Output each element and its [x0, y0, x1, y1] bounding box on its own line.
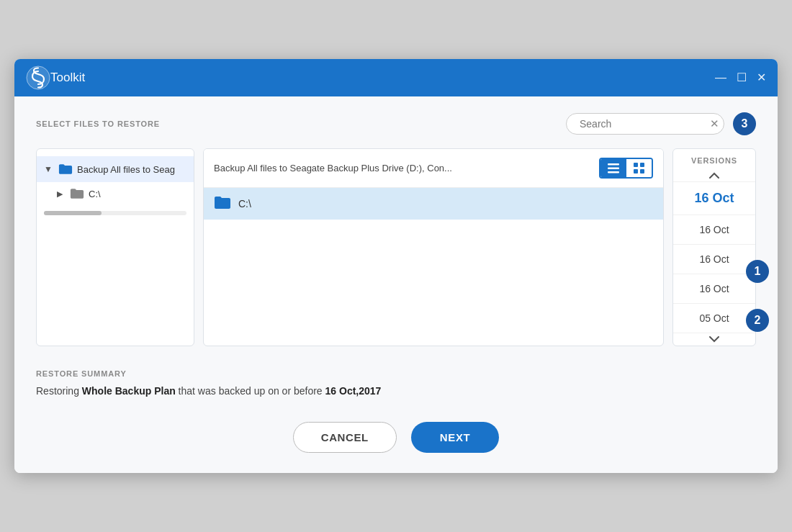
version-item-1[interactable]: 16 Oct	[673, 181, 755, 215]
grid-view-icon	[634, 163, 644, 173]
restore-text-prefix: Restoring	[36, 385, 82, 397]
restore-text-middle: that was backed up on or before	[176, 385, 325, 397]
list-view-button[interactable]	[600, 159, 626, 177]
versions-scroll-up[interactable]	[673, 169, 755, 181]
badge-2-container: 2	[746, 309, 769, 332]
version-date-4: 16 Oct	[699, 283, 729, 294]
seagate-logo-icon	[26, 66, 50, 90]
file-path: Backup All files to Seagate Backup Plus …	[214, 163, 452, 173]
version-item-2[interactable]: 16 Oct	[673, 215, 755, 244]
grid-view-button[interactable]	[626, 159, 652, 177]
versions-panel: VERSIONS 16 Oct 16 Oct 16 Oct 16 Oct	[672, 148, 756, 346]
svg-rect-7	[640, 163, 644, 167]
app-title: Toolkit	[50, 71, 715, 85]
window-controls: — ☐ ✕	[715, 72, 766, 84]
restore-date: 16 Oct,2017	[325, 385, 382, 397]
tree-scrollbar-thumb	[44, 211, 102, 215]
folder-icon	[58, 162, 73, 176]
tree-c-drive-label: C:\	[89, 189, 101, 199]
tree-panel: ▼ Backup All files to Seag ▶ C:\	[36, 148, 194, 346]
svg-rect-4	[608, 167, 619, 169]
search-box[interactable]: ✕	[566, 113, 724, 135]
version-date-2: 16 Oct	[699, 224, 729, 235]
cancel-button[interactable]: CANCEL	[293, 422, 397, 453]
version-item-4[interactable]: 16 Oct	[673, 274, 755, 303]
file-name: C:\	[238, 198, 251, 209]
svg-rect-9	[640, 169, 644, 173]
tree-sub-arrow[interactable]: ▶	[57, 189, 67, 199]
tree-item-label: Backup All files to Seag	[77, 164, 175, 175]
file-panel: Backup All files to Seagate Backup Plus …	[203, 148, 664, 346]
versions-header: VERSIONS	[673, 149, 755, 169]
section-label: SELECT FILES TO RESTORE	[36, 120, 160, 128]
tree-expand-arrow[interactable]: ▼	[44, 164, 55, 174]
minimize-button[interactable]: —	[715, 72, 726, 84]
top-bar: SELECT FILES TO RESTORE ✕ 3	[36, 112, 756, 135]
app-window: Toolkit — ☐ ✕ SELECT FILES TO RESTORE ✕ …	[14, 59, 778, 473]
restore-summary-label: RESTORE SUMMARY	[36, 369, 756, 378]
badge-3: 3	[733, 112, 756, 135]
versions-scroll-down[interactable]	[673, 333, 755, 346]
view-toggles	[599, 158, 653, 179]
svg-rect-6	[634, 163, 638, 167]
folder-icon-gray	[70, 187, 84, 200]
titlebar: Toolkit — ☐ ✕	[14, 59, 778, 96]
search-input[interactable]	[580, 118, 706, 130]
version-item-5[interactable]: 05 Oct	[673, 303, 755, 333]
version-date-5: 05 Oct	[699, 312, 729, 324]
top-right-controls: ✕ 3	[566, 112, 756, 135]
tree-scrollbar[interactable]	[44, 211, 186, 215]
main-content: SELECT FILES TO RESTORE ✕ 3 ▼	[14, 96, 778, 473]
restore-summary: RESTORE SUMMARY Restoring Whole Backup P…	[36, 362, 756, 399]
chevron-up-icon	[709, 172, 719, 179]
badge-1-container: 1	[746, 260, 769, 283]
restore-plan-name: Whole Backup Plan	[82, 385, 176, 397]
badge-2: 2	[746, 309, 769, 332]
svg-rect-5	[608, 171, 619, 173]
file-row[interactable]: C:\	[204, 188, 663, 220]
version-date-3: 16 Oct	[699, 253, 729, 265]
next-button[interactable]: NEXT	[411, 422, 499, 453]
chevron-down-icon	[709, 336, 719, 343]
tree-item-backup[interactable]: ▼ Backup All files to Seag	[37, 156, 194, 182]
svg-point-0	[27, 66, 50, 89]
action-buttons: CANCEL NEXT	[36, 422, 756, 453]
version-item-3[interactable]: 16 Oct	[673, 244, 755, 274]
restore-summary-text: Restoring Whole Backup Plan that was bac…	[36, 384, 756, 399]
svg-rect-8	[634, 169, 638, 173]
version-date-1: 16 Oct	[694, 191, 734, 205]
badge-1: 1	[746, 260, 769, 283]
clear-search-icon[interactable]: ✕	[710, 117, 719, 130]
file-list: C:\	[204, 188, 663, 220]
panels-row: ▼ Backup All files to Seag ▶ C:\	[36, 148, 756, 346]
file-folder-icon	[214, 195, 231, 212]
list-view-icon	[608, 163, 619, 173]
tree-item-c-drive[interactable]: ▶ C:\	[37, 182, 194, 205]
close-button[interactable]: ✕	[757, 72, 766, 84]
file-panel-header: Backup All files to Seagate Backup Plus …	[204, 149, 663, 188]
maximize-button[interactable]: ☐	[737, 72, 747, 84]
svg-rect-3	[608, 163, 619, 166]
